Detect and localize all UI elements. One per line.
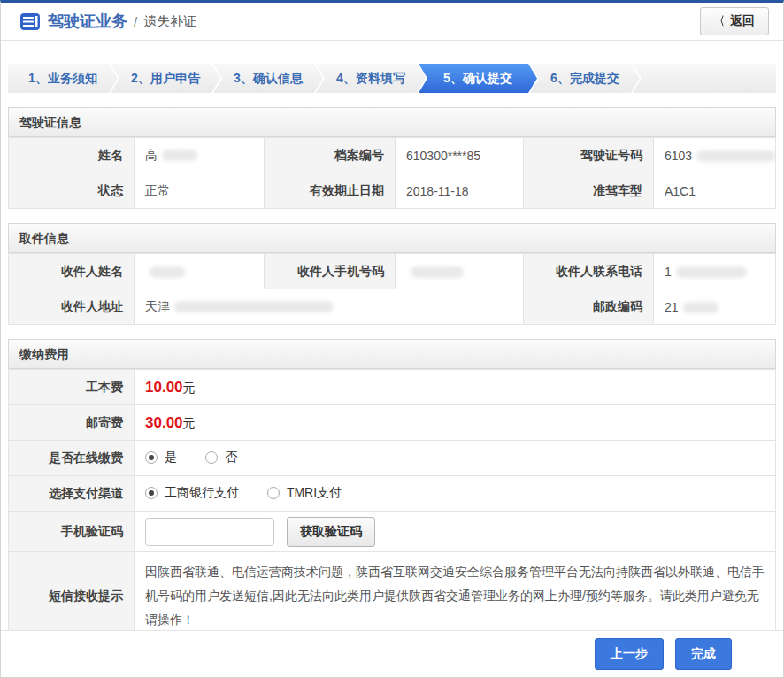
- license-section-title: 驾驶证信息: [8, 107, 776, 137]
- redaction-blur: [696, 150, 775, 162]
- delivery-info-section: 取件信息 收件人姓名 收件人手机号码 收件人联系电话 1 收件人地址 天津 邮政…: [8, 223, 776, 325]
- table-row: 收件人姓名 收件人手机号码 收件人联系电话 1: [9, 254, 776, 289]
- recipient-phone-label: 收件人联系电话: [524, 254, 654, 289]
- sms-notice-label: 短信接收提示: [9, 552, 135, 641]
- table-row: 手机验证码 获取验证码: [9, 512, 776, 552]
- payment-table: 工本费 10.00元 邮寄费 30.00元 是否在线缴费 是 否 选择支付渠道: [8, 369, 776, 641]
- tab-step-2[interactable]: 2、用户申告: [111, 64, 220, 93]
- radio-selected-icon: [145, 487, 158, 499]
- postcode-value: 21: [654, 289, 776, 325]
- vehicle-class-value: A1C1: [654, 173, 776, 209]
- table-row: 状态 正常 有效期止日期 2018-11-18 准驾车型 A1C1: [9, 173, 776, 209]
- expiry-value: 2018-11-18: [396, 173, 524, 209]
- status-value: 正常: [135, 173, 265, 209]
- get-sms-code-button[interactable]: 获取验证码: [287, 517, 375, 547]
- radio-selected-icon: [145, 451, 158, 464]
- file-number-label: 档案编号: [265, 138, 396, 173]
- back-button[interactable]: 〈 返回: [700, 7, 769, 35]
- license-info-section: 驾驶证信息 姓名 高 档案编号 610300****85 驾驶证号码 6103 …: [8, 107, 776, 209]
- base-fee-label: 工本费: [9, 370, 135, 405]
- previous-step-button[interactable]: 上一步: [595, 638, 664, 670]
- redaction-blur: [683, 302, 719, 313]
- table-row: 姓名 高 档案编号 610300****85 驾驶证号码 6103: [9, 138, 776, 173]
- sms-notice-text: 因陕西省联通、电信运营商技术问题，陕西省互联网交通安全综合服务管理平台无法向持陕…: [135, 552, 776, 641]
- recipient-phone-value: 1: [654, 254, 776, 289]
- recipient-mobile-label: 收件人手机号码: [265, 254, 396, 289]
- postage-fee-amount: 30.00: [145, 414, 183, 431]
- recipient-name-value: [135, 254, 265, 289]
- step-tabs: 1、业务须知 2、用户申告 3、确认信息 4、资料填写 5、确认提交 6、完成提…: [8, 64, 776, 93]
- tab-step-4[interactable]: 4、资料填写: [316, 64, 426, 93]
- status-label: 状态: [9, 173, 135, 209]
- redaction-blur: [174, 301, 334, 312]
- table-row: 短信接收提示 因陕西省联通、电信运营商技术问题，陕西省互联网交通安全综合服务管理…: [9, 552, 776, 641]
- chevron-left-icon: 〈: [715, 13, 724, 29]
- license-number-value: 6103: [654, 138, 776, 173]
- table-row: 选择支付渠道 工商银行支付 TMRI支付: [9, 476, 776, 512]
- table-row: 收件人地址 天津 邮政编码 21: [9, 289, 776, 325]
- postcode-label: 邮政编码: [524, 289, 654, 325]
- recipient-mobile-value: [396, 254, 524, 289]
- table-row: 工本费 10.00元: [9, 370, 776, 405]
- redaction-blur: [162, 150, 197, 161]
- payment-section-title: 缴纳费用: [8, 339, 776, 369]
- table-row: 是否在线缴费 是 否: [9, 441, 776, 476]
- payment-section: 缴纳费用 工本费 10.00元 邮寄费 30.00元 是否在线缴费 是 否: [8, 339, 776, 641]
- radio-online-no[interactable]: 否: [205, 450, 237, 466]
- redaction-blur: [676, 266, 747, 278]
- delivery-info-table: 收件人姓名 收件人手机号码 收件人联系电话 1 收件人地址 天津 邮政编码 21: [8, 253, 776, 325]
- base-fee-amount: 10.00: [145, 379, 183, 396]
- license-form-icon: [20, 13, 40, 30]
- finish-button[interactable]: 完成: [675, 638, 732, 670]
- page: 驾驶证业务 / 遗失补证 〈 返回 1、业务须知 2、用户申告 3、确认信息 4…: [0, 0, 784, 678]
- online-pay-label: 是否在线缴费: [9, 441, 135, 476]
- tab-bar-filler: [633, 64, 776, 93]
- postage-fee-value: 30.00元: [135, 405, 776, 441]
- name-value: 高: [135, 138, 265, 173]
- expiry-label: 有效期止日期: [265, 173, 396, 209]
- sms-code-field: 获取验证码: [135, 512, 776, 552]
- tab-step-6[interactable]: 6、完成提交: [530, 64, 640, 93]
- radio-channel-icbc[interactable]: 工商银行支付: [145, 485, 239, 501]
- delivery-section-title: 取件信息: [8, 223, 776, 253]
- radio-unselected-icon: [267, 487, 280, 499]
- footer-action-bar: 上一步 完成: [1, 630, 783, 677]
- online-pay-options: 是 否: [135, 441, 776, 476]
- sms-code-label: 手机验证码: [9, 512, 135, 552]
- vehicle-class-label: 准驾车型: [524, 173, 654, 209]
- pay-channel-label: 选择支付渠道: [9, 476, 135, 512]
- redaction-blur: [411, 266, 464, 278]
- pay-channel-options: 工商银行支付 TMRI支付: [135, 476, 776, 512]
- recipient-name-label: 收件人姓名: [9, 254, 135, 289]
- tab-step-5-active[interactable]: 5、确认提交: [419, 64, 537, 93]
- page-title: 驾驶证业务: [48, 11, 127, 32]
- license-number-label: 驾驶证号码: [524, 138, 654, 173]
- postage-fee-unit: 元: [183, 416, 196, 430]
- sms-code-input[interactable]: [145, 518, 274, 546]
- file-number-value: 610300****85: [396, 138, 524, 173]
- base-fee-unit: 元: [183, 381, 196, 395]
- license-info-table: 姓名 高 档案编号 610300****85 驾驶证号码 6103 状态 正常 …: [8, 137, 776, 209]
- postage-fee-label: 邮寄费: [9, 405, 135, 441]
- tab-step-3[interactable]: 3、确认信息: [213, 64, 323, 93]
- name-label: 姓名: [9, 138, 135, 173]
- breadcrumb-current: 遗失补证: [143, 13, 196, 30]
- redaction-blur: [150, 266, 185, 278]
- table-row: 邮寄费 30.00元: [9, 405, 776, 441]
- recipient-address-label: 收件人地址: [9, 289, 135, 325]
- back-button-label: 返回: [730, 13, 755, 29]
- recipient-address-value: 天津: [135, 289, 524, 325]
- radio-online-yes[interactable]: 是: [145, 450, 177, 466]
- breadcrumb-separator: /: [134, 14, 137, 29]
- base-fee-value: 10.00元: [135, 370, 776, 405]
- tab-step-1[interactable]: 1、业务须知: [8, 64, 118, 93]
- header: 驾驶证业务 / 遗失补证 〈 返回: [1, 3, 783, 41]
- radio-unselected-icon: [205, 451, 218, 464]
- radio-channel-tmri[interactable]: TMRI支付: [267, 485, 342, 501]
